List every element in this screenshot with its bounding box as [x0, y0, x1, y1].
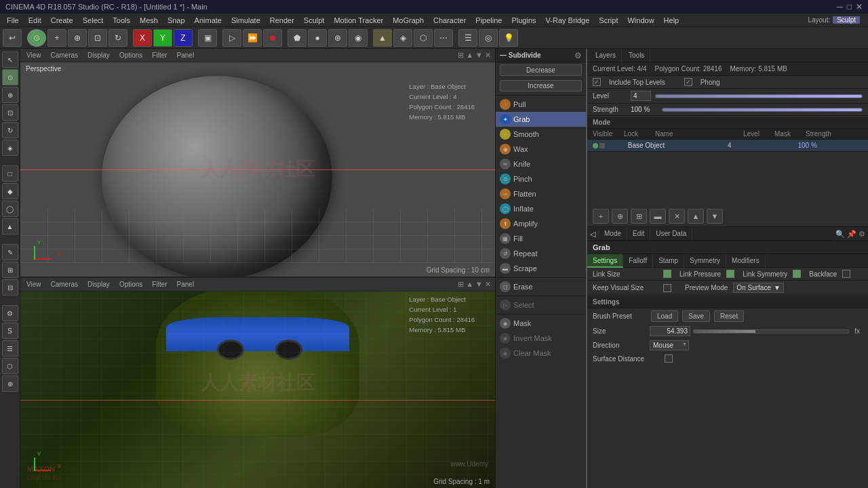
tab-symmetry[interactable]: Symmetry [684, 254, 726, 268]
display-quality-button[interactable]: ◎ [479, 29, 498, 47]
sidebar-tool-2[interactable]: ⊙ [2, 69, 18, 85]
tool-invert-mask[interactable]: ◈ Invert Mask [496, 331, 586, 346]
z-axis-button[interactable]: Z [174, 29, 193, 47]
gear-icon-tabs[interactable]: ⚙ [859, 230, 865, 239]
action-up-btn[interactable]: ▲ [688, 209, 704, 224]
vp-down-icon[interactable]: ▼ [475, 51, 483, 60]
vp2-display-btn[interactable]: Display [85, 281, 112, 288]
arrow-left-icon[interactable]: ◁ [587, 230, 599, 239]
vp-filter-btn[interactable]: Filter [150, 52, 169, 59]
close-button[interactable]: ✕ [856, 2, 863, 12]
tool-amplify[interactable]: ⬆ Amplify [496, 216, 586, 231]
tab-tools[interactable]: Tools [623, 49, 650, 62]
vp-maximize-icon[interactable]: ⊞ [458, 51, 464, 60]
link-pressure-checkbox[interactable] [726, 270, 734, 278]
menu-sculpt[interactable]: Sculpt [300, 14, 329, 27]
reset-preset-button[interactable]: Reset [714, 310, 744, 322]
sidebar-tool-14[interactable]: ⚙ [2, 305, 18, 321]
vp2-close-icon[interactable]: ✕ [485, 280, 491, 289]
vp-close-icon[interactable]: ✕ [485, 51, 491, 60]
vp-options-btn[interactable]: Options [117, 52, 144, 59]
decrease-button[interactable]: Decrease [500, 64, 582, 76]
menu-motion-tracker[interactable]: Motion Tracker [330, 14, 387, 27]
sidebar-tool-15[interactable]: S [2, 323, 18, 339]
pin-icon[interactable]: 📌 [847, 230, 856, 239]
link-symmetry-checkbox[interactable] [793, 270, 801, 278]
sidebar-tool-1[interactable]: ↖ [2, 52, 18, 68]
light-button[interactable]: 💡 [499, 29, 518, 47]
menu-mesh[interactable]: Mesh [136, 14, 162, 27]
sidebar-tool-8[interactable]: ◆ [2, 183, 18, 199]
render-view-button[interactable]: ● [308, 29, 327, 47]
tab-layers[interactable]: Layers [590, 49, 622, 62]
direction-select[interactable]: Mouse Normal Camera [650, 340, 689, 350]
menu-create[interactable]: Create [47, 14, 77, 27]
action-delete-btn[interactable]: ✕ [669, 209, 685, 224]
action-down-btn[interactable]: ▼ [707, 209, 723, 224]
tab-mode[interactable]: Mode [599, 227, 627, 241]
vp-up-icon[interactable]: ▲ [466, 51, 473, 60]
preview-mode-select[interactable]: On Surface ▼ [733, 283, 784, 293]
menu-vray[interactable]: V-Ray Bridge [542, 14, 594, 27]
sculpt-subdiv-button[interactable]: ▲ [373, 29, 392, 47]
increase-button[interactable]: Increase [500, 80, 582, 92]
sculpt-paint-button[interactable]: ◈ [393, 29, 412, 47]
object-mode-button[interactable]: ▣ [198, 29, 217, 47]
menu-edit[interactable]: Edit [24, 14, 45, 27]
vp2-down-icon[interactable]: ▼ [475, 280, 483, 289]
sidebar-tool-16[interactable]: ☰ [2, 340, 18, 357]
sidebar-tool-4[interactable]: ⊡ [2, 104, 18, 121]
sidebar-tool-11[interactable]: ✎ [2, 244, 18, 260]
strength-slider[interactable] [662, 108, 863, 112]
record-button[interactable]: ⏺ [263, 29, 282, 47]
vp-view-btn[interactable]: View [24, 52, 43, 59]
visibility-controls[interactable] [593, 143, 625, 148]
menu-select[interactable]: Select [79, 14, 108, 27]
menu-snap[interactable]: Snap [163, 14, 189, 27]
vp2-panel-btn[interactable]: Panel [175, 281, 197, 288]
direction-select-wrap[interactable]: Mouse Normal Camera [650, 340, 689, 350]
vp2-up-icon[interactable]: ▲ [466, 280, 473, 289]
keep-visual-size-checkbox[interactable] [663, 284, 671, 292]
tab-modifiers[interactable]: Modifiers [726, 254, 766, 268]
y-axis-button[interactable]: Y [153, 29, 172, 47]
vp-cameras-btn[interactable]: Cameras [49, 52, 81, 59]
play-forward-button[interactable]: ⏩ [243, 29, 262, 47]
action-copy-btn[interactable]: ⊕ [612, 209, 628, 224]
menu-help[interactable]: Help [660, 14, 684, 27]
window-controls[interactable]: ─ □ ✕ [837, 2, 863, 12]
undo-button[interactable]: ↩ [3, 29, 22, 47]
tool-erase[interactable]: ◻ Erase [496, 279, 586, 294]
layer-row-base-object[interactable]: Base Object 4 100 % [587, 140, 868, 152]
render-to-pic-button[interactable]: ◉ [349, 29, 368, 47]
material-button[interactable]: ⬟ [288, 29, 307, 47]
lock-dot[interactable] [599, 143, 605, 148]
vp2-options-btn[interactable]: Options [117, 281, 144, 288]
front-viewport-canvas[interactable]: Front Layer : Base Object Current Level … [20, 278, 495, 488]
sidebar-tool-9[interactable]: ◯ [2, 201, 18, 217]
sidebar-tool-7[interactable]: □ [2, 165, 18, 182]
tool-pinch[interactable]: ⊙ Pinch [496, 171, 586, 186]
tool-wax[interactable]: ◉ Wax [496, 142, 586, 157]
sidebar-tool-10[interactable]: ▲ [2, 218, 18, 235]
load-preset-button[interactable]: Load [651, 310, 678, 322]
action-flatten-btn[interactable]: ▬ [650, 209, 666, 224]
vp2-filter-btn[interactable]: Filter [150, 281, 169, 288]
sculpt-erase-button[interactable]: ⬡ [414, 29, 433, 47]
tool-grab[interactable]: ✦ Grab [496, 112, 586, 127]
tool-flatten[interactable]: ═ Flatten [496, 186, 586, 201]
tool-mask[interactable]: ◈ Mask [496, 316, 586, 331]
menu-simulate[interactable]: Simulate [227, 14, 264, 27]
include-top-levels-checkbox[interactable] [593, 78, 601, 86]
size-slider[interactable] [693, 329, 849, 333]
search-icon[interactable]: 🔍 [835, 230, 845, 239]
subdivide-button[interactable]: — Subdivide [500, 52, 541, 59]
add-point-button[interactable]: + [47, 29, 66, 47]
sidebar-tool-17[interactable]: ⬡ [2, 358, 18, 374]
sculpt-misc-button[interactable]: ⋯ [434, 29, 453, 47]
link-size-checkbox[interactable] [663, 270, 671, 278]
sidebar-tool-12[interactable]: ⊞ [2, 262, 18, 278]
menu-pipeline[interactable]: Pipeline [471, 14, 506, 27]
tab-stamp[interactable]: Stamp [653, 254, 684, 268]
display-button[interactable]: ☰ [458, 29, 477, 47]
